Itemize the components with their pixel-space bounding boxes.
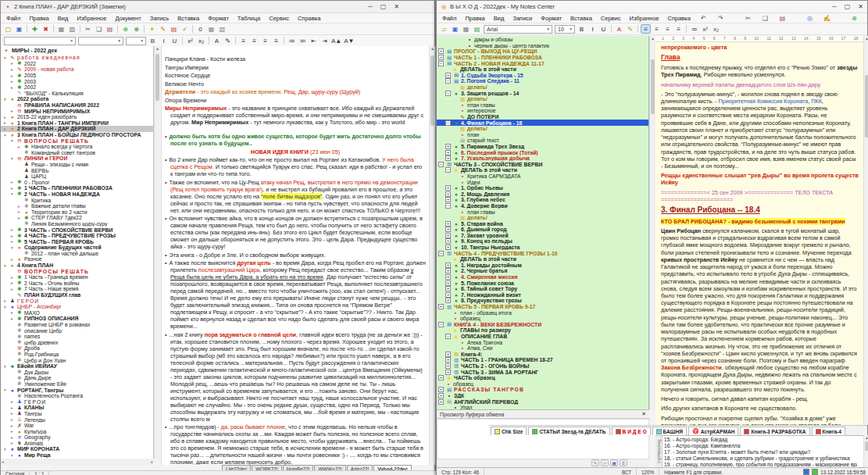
expand-icon[interactable]: + <box>438 387 444 392</box>
tree-item[interactable]: ▸✱2003 <box>1 78 153 84</box>
expand-icon[interactable]: ▸ <box>9 67 15 72</box>
tree-item[interactable]: +▨Книга-4: <box>437 351 648 357</box>
tree-item[interactable]: ▪план главы <box>437 102 648 109</box>
insert-child-icon[interactable]: ⊕ <box>131 24 141 34</box>
tree-item[interactable]: +●1. Награды достойным <box>437 262 648 269</box>
tree-item[interactable]: +▤1. Судьба Экортера - 15 <box>437 73 648 79</box>
collapse-icon[interactable]: − <box>445 91 451 96</box>
expand-icon[interactable]: ▸ <box>9 423 15 428</box>
expand-icon[interactable]: + <box>445 298 451 303</box>
tree-item[interactable]: ▪план <box>437 132 648 138</box>
size-combo[interactable]: ▾ <box>126 37 146 45</box>
tree-item[interactable]: ▸✱1 Часть - Граница времен <box>1 274 153 280</box>
tree-item[interactable]: •черные дыры - центр галактик <box>437 43 648 49</box>
collapse-icon[interactable]: ▾ <box>9 191 15 196</box>
tree-item[interactable]: ▸♙Легенды <box>1 416 153 423</box>
note-line[interactable]: 16. - Астро-города: Кампанелла <box>664 443 857 449</box>
status-zoom[interactable]: 120% <box>637 468 659 475</box>
tree-item[interactable]: ▸♟КЛАНЫ <box>1 405 153 411</box>
expand-icon[interactable]: ▸ <box>9 310 15 315</box>
tree-item[interactable]: ▸✱7 Часть - Наше время <box>1 286 153 292</box>
edit-note-icon[interactable]: ✎ <box>158 24 168 34</box>
expand-icon[interactable]: ▸ <box>2 298 8 303</box>
tree-item[interactable]: ▸✗War <box>1 423 153 429</box>
collapse-icon[interactable]: ▾ <box>2 97 8 102</box>
add-note-icon[interactable]: ⊕ <box>849 13 859 23</box>
tree-item[interactable]: −■ОПИСАНИЕ ГЛАВ <box>437 334 648 340</box>
tree-item[interactable]: ▸●Разное <box>1 256 153 262</box>
undo-icon[interactable]: ↶ <box>698 13 709 23</box>
tree-item[interactable]: ▸♟Тангры <box>1 411 153 417</box>
minimize-icon[interactable]: ─ <box>832 3 837 10</box>
tree-item[interactable]: ▾●РОРТАНГ, Тангры <box>1 387 153 393</box>
tree-item[interactable]: ▪образец <box>437 316 648 322</box>
expand-icon[interactable]: ▸ <box>9 287 15 291</box>
expand-icon[interactable]: + <box>445 144 451 149</box>
note-del-icon[interactable]: ✖ <box>41 24 51 34</box>
tree-item[interactable]: ▾●ЦНБР - Агсинбирг <box>1 304 153 310</box>
tree-item[interactable]: ▸●1 Книга ПЛАН - ТАНГРЫ ИМПЕРИИ <box>1 120 153 127</box>
tree-item[interactable]: −▤КНИГА 4 - ВЕКИ БЕЗБРЕЖНОСТИ <box>437 322 648 328</box>
collapse-icon[interactable]: − <box>438 251 444 256</box>
right-editor-scrollbar[interactable]: ▲ <box>863 36 868 425</box>
bold-button[interactable]: B <box>148 36 158 45</box>
expand-icon[interactable]: ▸ <box>9 316 15 321</box>
highlight-button[interactable]: ✎ <box>625 24 635 34</box>
expand-icon[interactable]: + <box>445 262 451 268</box>
tree-item[interactable]: +●5. Старая война <box>437 220 648 227</box>
tree-item[interactable]: ♟Рещи - эпизоды с ними <box>1 162 153 168</box>
tree-item[interactable]: ▸♞Animals <box>1 441 153 447</box>
expand-icon[interactable]: + <box>445 357 451 362</box>
tree-item[interactable]: ▸≋Geography <box>1 434 153 441</box>
left-tree-root[interactable]: ✦ МИРЫ - 2022 дек <box>1 46 153 55</box>
expand-icon[interactable]: ▸ <box>9 429 15 434</box>
tree-item[interactable]: −●3. Защита рещцов - 14 <box>437 90 648 96</box>
grid-icon[interactable]: ▦ <box>206 24 216 34</box>
right-editor[interactable]: непререкаемого - цветаГлаваГотовясь к по… <box>658 42 862 425</box>
expand-icon[interactable]: + <box>445 292 451 298</box>
indent-inc-button[interactable]: ⇥ <box>320 36 330 45</box>
tree-item[interactable]: ▸✱МАХО <box>1 310 153 316</box>
tree-item[interactable]: ▪план - образец итога <box>437 309 648 316</box>
expand-icon[interactable]: ▸ <box>9 79 15 84</box>
menu-item[interactable]: Запись <box>149 15 170 22</box>
align-center-button[interactable]: ≡ <box>249 36 259 45</box>
tree-item[interactable]: −▥ЧАСТЬ 4 - ПРЕДЧУВСТВИЕ ГРОЗЫ 1-10 <box>437 250 648 256</box>
tree-item[interactable]: ▨делать/ <box>437 84 648 91</box>
tree-item[interactable]: +▥ЧАСТЬ 1 - ГРАНИЦА ВРЕМЕН 18-27 <box>437 357 648 363</box>
collapse-icon[interactable]: − <box>445 167 451 173</box>
tree-item[interactable]: ▾●4 Книга ПЛАН <box>1 262 153 269</box>
scroll-right-icon[interactable]: ▸ <box>151 459 153 464</box>
tree-item[interactable]: ■ГЛАВЫ по размеру <box>437 327 648 334</box>
tree-item[interactable]: ✱Командный совет тангров <box>1 150 153 156</box>
tree-item[interactable]: ▾●3 Книга ПЛАН - БОЙЦЫ ЛЕДЯНОГО ПРОСТОРА <box>1 132 153 138</box>
tree-item[interactable]: ▪Атма, Сни <box>437 345 648 352</box>
tree-item[interactable]: ✱Умиложение Ейя <box>1 381 153 388</box>
tree-item[interactable]: ✎ДО ПОТЕРИ <box>437 114 648 120</box>
tree-item[interactable]: ΨДроба <box>1 345 153 352</box>
tree-item[interactable]: +●7. Неожиданный визит <box>437 292 648 298</box>
menu-item[interactable]: Документ <box>114 15 141 22</box>
tree-item[interactable]: ▨делать/ <box>437 96 648 102</box>
tree-item[interactable]: ▾⊖ВОПРОСЫ РЕШАТЬ <box>1 138 153 144</box>
menu-item[interactable]: Вставка <box>177 15 200 22</box>
tree-item[interactable]: ▸✱4 ЧАСТЬ - ПРЕДЧУВСТВИЕ ГРОЗЫ <box>1 233 153 239</box>
tree-item[interactable]: •дакры и обхазы <box>437 37 648 43</box>
update-note-icon[interactable]: ▤ <box>169 24 179 34</box>
tree-item[interactable]: ✱names <box>1 334 153 340</box>
expand-icon[interactable]: + <box>445 155 451 161</box>
expand-icon[interactable]: + <box>445 150 451 155</box>
tree-item[interactable]: +▤РАССКАЗЫ ТАНГРОВ <box>437 387 648 393</box>
collapse-icon[interactable]: − <box>445 203 451 209</box>
expand-icon[interactable]: + <box>445 363 451 369</box>
collapse-icon[interactable]: ▾ <box>9 138 15 143</box>
tree-item[interactable]: +●6. Дымный город <box>437 227 648 233</box>
expand-icon[interactable]: ▸ <box>9 405 15 410</box>
tree-item[interactable]: ✱Населенность Рортанга <box>1 393 153 399</box>
expand-icon[interactable]: ▸ <box>9 61 15 66</box>
menu-item[interactable]: Вид <box>493 15 505 22</box>
expand-icon[interactable]: + <box>445 280 451 286</box>
menu-item[interactable]: Файл <box>441 15 457 22</box>
maximize-icon[interactable]: ▢ <box>845 3 851 10</box>
expand-icon[interactable]: ▸ <box>9 186 15 191</box>
